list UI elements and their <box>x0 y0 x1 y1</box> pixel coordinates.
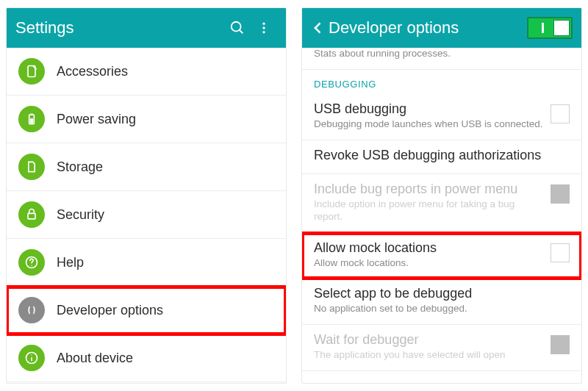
section-header-applications: APPLICATIONS <box>7 382 286 383</box>
settings-list: Accessories Power saving Storage Securit… <box>7 48 286 383</box>
option-bug-reports-power-menu: Include bug reports in power menu Includ… <box>302 174 581 233</box>
page-title: Developer options <box>329 18 459 37</box>
option-subtitle: Debugging mode launches when USB is conn… <box>314 118 545 131</box>
settings-item-label: Power saving <box>57 112 136 127</box>
option-allow-mock-locations[interactable]: Allow mock locations Allow mock location… <box>302 233 581 279</box>
svg-point-11 <box>31 265 32 266</box>
help-icon <box>18 249 45 276</box>
about-device-icon <box>18 345 45 371</box>
power-saving-icon <box>18 106 45 132</box>
settings-item-help[interactable]: Help <box>7 239 286 287</box>
checkbox[interactable] <box>551 243 570 262</box>
more-icon[interactable] <box>251 15 277 41</box>
developer-options-list: Stats about running processes. DEBUGGING… <box>302 48 581 383</box>
page-title: Settings <box>15 18 224 37</box>
settings-item-label: Security <box>57 207 104 223</box>
option-process-stats[interactable]: Stats about running processes. <box>302 48 581 70</box>
security-icon <box>18 201 45 228</box>
option-subtitle: The application you have selected will o… <box>314 349 545 362</box>
svg-point-0 <box>232 22 241 32</box>
option-title: USB debugging <box>314 101 545 117</box>
section-header-debugging: DEBUGGING <box>302 70 581 94</box>
storage-icon <box>18 154 45 180</box>
settings-item-storage[interactable]: Storage <box>7 143 286 191</box>
developer-options-icon <box>18 297 45 323</box>
option-subtitle: Allow mock locations. <box>314 257 545 270</box>
option-title: Allow mock locations <box>314 240 545 256</box>
settings-item-label: Storage <box>57 159 103 175</box>
option-title: Select app to be debugged <box>314 286 564 301</box>
option-revoke-usb-auth[interactable]: Revoke USB debugging authorizations <box>302 140 581 174</box>
option-title: Include bug reports in power menu <box>314 182 545 197</box>
settings-item-power-saving[interactable]: Power saving <box>7 96 286 143</box>
settings-item-label: Accessories <box>57 64 128 79</box>
option-subtitle: Stats about running processes. <box>314 48 564 60</box>
developer-options-screen: Developer options Stats about running pr… <box>301 7 582 384</box>
settings-item-label: Developer options <box>57 303 163 318</box>
option-subtitle: No application set to be debugged. <box>314 303 564 315</box>
checkbox <box>551 335 570 354</box>
option-title: Wait for debugger <box>314 332 545 348</box>
option-usb-debugging[interactable]: USB debugging Debugging mode launches wh… <box>302 94 581 140</box>
svg-point-2 <box>262 23 265 25</box>
settings-item-label: About device <box>57 351 133 366</box>
checkbox <box>551 184 570 204</box>
settings-item-label: Help <box>57 255 84 270</box>
svg-rect-8 <box>30 118 33 123</box>
option-subtitle: Include option in power menu for taking … <box>314 198 545 223</box>
accessories-icon <box>18 58 45 85</box>
actionbar: Settings <box>7 8 286 48</box>
svg-line-1 <box>240 30 243 34</box>
master-toggle[interactable] <box>527 17 573 39</box>
settings-screen: Settings Accessories Power saving Storag… <box>6 7 287 384</box>
option-title: Revoke USB debugging authorizations <box>314 148 564 163</box>
checkbox[interactable] <box>551 104 570 123</box>
option-select-debug-app[interactable]: Select app to be debugged No application… <box>302 279 581 325</box>
back-button[interactable]: Developer options <box>311 18 527 37</box>
svg-point-3 <box>262 26 265 29</box>
chevron-left-icon <box>311 21 326 35</box>
svg-rect-9 <box>28 213 35 219</box>
option-wait-for-debugger: Wait for debugger The application you ha… <box>302 325 581 371</box>
actionbar: Developer options <box>302 8 581 48</box>
svg-point-4 <box>262 31 265 33</box>
settings-item-developer-options[interactable]: Developer options <box>7 287 286 334</box>
search-icon[interactable] <box>224 15 251 41</box>
svg-point-14 <box>31 355 32 356</box>
settings-item-accessories[interactable]: Accessories <box>7 48 286 96</box>
svg-rect-7 <box>30 114 32 115</box>
settings-item-security[interactable]: Security <box>7 191 286 239</box>
settings-item-about-device[interactable]: About device <box>7 334 286 382</box>
